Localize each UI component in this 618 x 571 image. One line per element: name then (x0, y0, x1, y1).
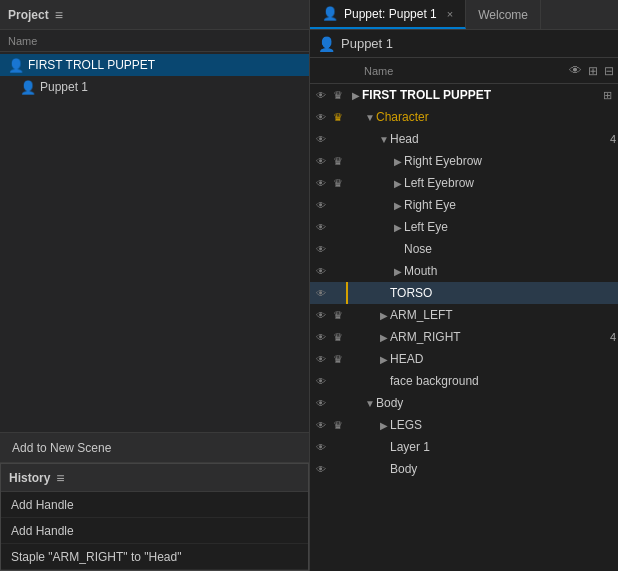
history-item-2-label: Staple "ARM_RIGHT" to "Head" (11, 550, 181, 564)
tab-welcome[interactable]: Welcome (466, 0, 541, 29)
add-scene-label: Add to New Scene (12, 441, 111, 455)
right-tabs-bar: 👤 Puppet: Puppet 1 × Welcome (310, 0, 618, 30)
expand-collapse-arrow[interactable]: ▶ (378, 354, 390, 365)
eye-toggle-icon[interactable]: 👁 (312, 90, 330, 101)
layer-row[interactable]: 👁♛▶FIRST TROLL PUPPET⊞ (310, 84, 618, 106)
layer-row[interactable]: 👁♛▶Left Eyebrow (310, 172, 618, 194)
puppet-title: Puppet 1 (341, 36, 393, 51)
layer-badge: 4 (610, 133, 616, 145)
expand-collapse-arrow[interactable]: ▶ (378, 420, 390, 431)
eye-toggle-icon[interactable]: 👁 (312, 376, 330, 387)
vertical-line-indicator (346, 282, 348, 304)
tab-welcome-label: Welcome (478, 8, 528, 22)
project-menu-icon[interactable]: ≡ (55, 7, 63, 23)
eye-toggle-icon[interactable]: 👁 (312, 420, 330, 431)
layer-row[interactable]: 👁▼Head4 (310, 128, 618, 150)
layers-group-icon[interactable]: ⊞ (588, 64, 598, 78)
layer-row[interactable]: 👁♛▶ARM_RIGHT4 (310, 326, 618, 348)
expand-collapse-arrow[interactable]: ▶ (392, 178, 404, 189)
tab-puppet1-label: Puppet: Puppet 1 (344, 7, 437, 21)
expand-collapse-arrow[interactable]: ▶ (392, 156, 404, 167)
tree-item-puppet1[interactable]: 👤 Puppet 1 (0, 76, 309, 98)
history-item-0[interactable]: Add Handle (1, 492, 308, 518)
layer-row[interactable]: 👁♛▶HEAD (310, 348, 618, 370)
history-item-1[interactable]: Add Handle (1, 518, 308, 544)
expand-collapse-arrow[interactable]: ▼ (378, 134, 390, 145)
eye-toggle-icon[interactable]: 👁 (312, 398, 330, 409)
expand-collapse-arrow[interactable]: ▼ (364, 398, 376, 409)
expand-collapse-arrow[interactable]: ▼ (364, 112, 376, 123)
eye-toggle-icon[interactable]: 👁 (312, 134, 330, 145)
layer-row[interactable]: 👁face background (310, 370, 618, 392)
eye-toggle-icon[interactable]: 👁 (312, 266, 330, 277)
eye-toggle-icon[interactable]: 👁 (312, 310, 330, 321)
crown-icon: ♛ (330, 177, 346, 190)
layer-row[interactable]: 👁TORSO (310, 282, 618, 304)
add-scene-button[interactable]: Add to New Scene (0, 433, 309, 463)
crown-icon: ♛ (330, 353, 346, 366)
expand-collapse-arrow[interactable]: ▶ (378, 332, 390, 343)
layer-name-label: Mouth (404, 264, 616, 278)
person-icon-puppet1: 👤 (20, 80, 36, 95)
expand-collapse-arrow[interactable]: ▶ (392, 200, 404, 211)
layer-row[interactable]: 👁♛▼Character (310, 106, 618, 128)
layer-name-label: Character (376, 110, 616, 124)
layer-row[interactable]: 👁♛▶LEGS (310, 414, 618, 436)
eye-toggle-icon[interactable]: 👁 (312, 200, 330, 211)
eye-toggle-icon[interactable]: 👁 (312, 442, 330, 453)
layer-row[interactable]: 👁▶Right Eye (310, 194, 618, 216)
crown-icon: ♛ (330, 155, 346, 168)
layer-row[interactable]: 👁▶Mouth (310, 260, 618, 282)
tab-puppet1[interactable]: 👤 Puppet: Puppet 1 × (310, 0, 466, 29)
expand-collapse-arrow[interactable]: ▶ (350, 90, 362, 101)
layer-row[interactable]: 👁♛▶Right Eyebrow (310, 150, 618, 172)
eye-toggle-icon[interactable]: 👁 (312, 222, 330, 233)
tree-item-puppet1-label: Puppet 1 (40, 80, 88, 94)
right-panel: 👤 Puppet: Puppet 1 × Welcome 👤 Puppet 1 … (310, 0, 618, 571)
project-tree: 👤 FIRST TROLL PUPPET 👤 Puppet 1 (0, 52, 309, 432)
layer-name-label: Right Eyebrow (404, 154, 616, 168)
crown-icon: ♛ (330, 89, 346, 102)
history-menu-icon[interactable]: ≡ (56, 470, 64, 486)
layers-eye-col-icon[interactable]: 👁 (569, 63, 582, 78)
history-item-2[interactable]: Staple "ARM_RIGHT" to "Head" (1, 544, 308, 570)
project-col-header: Name (0, 30, 309, 52)
layer-row[interactable]: 👁Nose (310, 238, 618, 260)
layers-name-header: Name (364, 65, 393, 77)
project-col-name-label: Name (8, 35, 37, 47)
eye-toggle-icon[interactable]: 👁 (312, 178, 330, 189)
eye-toggle-icon[interactable]: 👁 (312, 464, 330, 475)
layer-name-label: FIRST TROLL PUPPET (362, 88, 598, 102)
layer-name-label: Body (376, 396, 616, 410)
layer-badge: 4 (610, 331, 616, 343)
history-header: History ≡ (1, 464, 308, 492)
expand-collapse-arrow[interactable]: ▶ (392, 222, 404, 233)
expand-collapse-arrow[interactable]: ▶ (378, 310, 390, 321)
history-panel: History ≡ Add Handle Add Handle Staple "… (0, 463, 309, 571)
expand-collapse-arrow[interactable]: ▶ (392, 266, 404, 277)
layer-row[interactable]: 👁▶Left Eye (310, 216, 618, 238)
puppet-title-row: 👤 Puppet 1 (310, 30, 618, 58)
layer-row[interactable]: 👁Layer 1 (310, 436, 618, 458)
layers-grid-icon[interactable]: ⊟ (604, 64, 614, 78)
eye-toggle-icon[interactable]: 👁 (312, 332, 330, 343)
eye-toggle-icon[interactable]: 👁 (312, 288, 330, 299)
layer-row[interactable]: 👁♛▶ARM_LEFT (310, 304, 618, 326)
duplicate-icon[interactable]: ⊞ (598, 89, 616, 102)
tree-item-first-troll-label: FIRST TROLL PUPPET (28, 58, 155, 72)
eye-toggle-icon[interactable]: 👁 (312, 112, 330, 123)
crown-icon: ♛ (330, 331, 346, 344)
tree-item-first-troll[interactable]: 👤 FIRST TROLL PUPPET (0, 54, 309, 76)
layer-row[interactable]: 👁Body (310, 458, 618, 480)
eye-toggle-icon[interactable]: 👁 (312, 244, 330, 255)
eye-toggle-icon[interactable]: 👁 (312, 156, 330, 167)
eye-toggle-icon[interactable]: 👁 (312, 354, 330, 365)
layer-name-label: Right Eye (404, 198, 616, 212)
layer-row[interactable]: 👁▼Body (310, 392, 618, 414)
layer-name-label: Nose (404, 242, 616, 256)
layer-name-label: Body (390, 462, 616, 476)
layer-name-label: Left Eye (404, 220, 616, 234)
project-title: Project (8, 8, 49, 22)
tab-puppet1-close[interactable]: × (447, 8, 453, 20)
layers-col-icons: 👁 ⊞ ⊟ (569, 63, 614, 78)
